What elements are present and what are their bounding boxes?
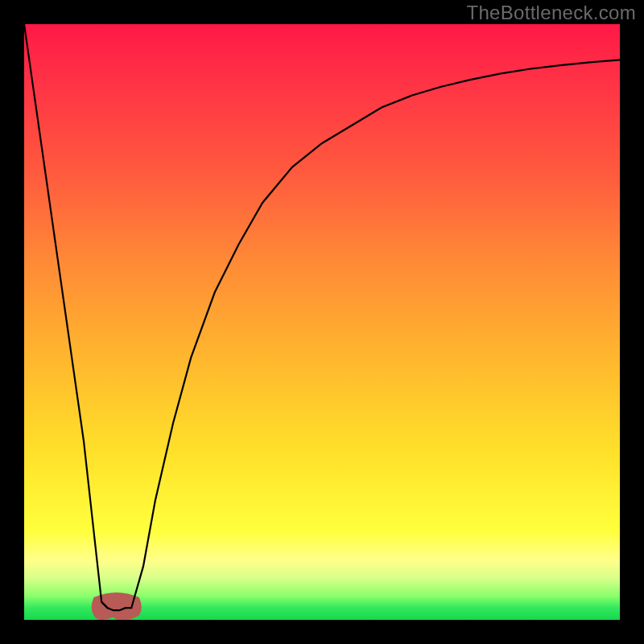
curve-right-branch — [131, 60, 620, 608]
watermark-text: TheBottleneck.com — [466, 2, 636, 24]
curve-left-branch — [24, 24, 108, 608]
curve-layer — [24, 24, 620, 620]
chart-frame: TheBottleneck.com — [0, 0, 644, 644]
plot-area — [24, 24, 620, 620]
